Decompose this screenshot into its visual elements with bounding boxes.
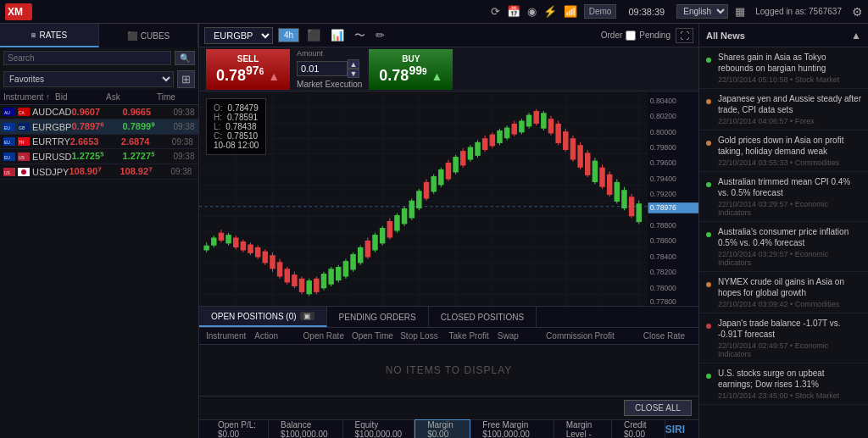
language-select[interactable]: English bbox=[676, 4, 728, 19]
svg-rect-153 bbox=[585, 152, 590, 175]
open-positions-tab[interactable]: OPEN POSITIONS (0) ▣ bbox=[199, 307, 327, 327]
instrument-cell: AU CA AUDCAD bbox=[3, 107, 71, 117]
svg-text:US: US bbox=[4, 170, 11, 175]
demo-badge: Demo bbox=[584, 4, 617, 19]
usdjpy-ask: 108.92⁷ bbox=[120, 166, 170, 177]
svg-rect-143 bbox=[548, 119, 554, 133]
col-profit: Profit bbox=[594, 331, 643, 341]
news-dot-7 bbox=[706, 374, 711, 379]
svg-rect-117 bbox=[453, 157, 458, 172]
buy-button[interactable]: BUY 0.78999 ▲ bbox=[369, 49, 453, 90]
svg-rect-81 bbox=[321, 274, 326, 288]
order-checkbox[interactable] bbox=[626, 30, 636, 41]
eurgbp-time: 09:38 bbox=[173, 122, 198, 131]
search-row: 🔍 bbox=[0, 47, 198, 69]
sell-arrow: ▲ bbox=[268, 69, 280, 83]
filter-select[interactable]: Favorites All bbox=[3, 71, 174, 87]
svg-rect-119 bbox=[460, 151, 465, 165]
flag-ca: CA bbox=[18, 108, 30, 116]
rate-row-eurusd[interactable]: EU US EURUSD 1.2725⁵ 1.2727⁵ 09:38 bbox=[0, 149, 198, 164]
rate-row-audcad[interactable]: AU CA AUDCAD 0.9607 0.9665 09:38 bbox=[0, 105, 198, 119]
ohlc-date: 10-08 12:00 bbox=[214, 141, 259, 150]
svg-text:0.78000: 0.78000 bbox=[650, 283, 676, 291]
equity: Equity $100,000.00 bbox=[343, 420, 415, 439]
bar-chart-icon[interactable]: ⬛ bbox=[304, 28, 323, 42]
svg-rect-139 bbox=[533, 111, 538, 124]
svg-rect-71 bbox=[285, 269, 290, 282]
news-collapse-icon[interactable]: ▲ bbox=[851, 30, 861, 42]
svg-text:AU: AU bbox=[4, 110, 10, 115]
svg-rect-133 bbox=[512, 124, 517, 135]
instrument-cell: US USDJPY bbox=[3, 167, 69, 177]
cubes-tab[interactable]: ⬛ CUBES bbox=[99, 24, 198, 47]
news-item-2[interactable]: Gold prices down in Asia on profit takin… bbox=[699, 130, 868, 172]
draw-tool-icon[interactable]: ✏ bbox=[373, 28, 387, 42]
status-bar: Open P/L: $0.00 Balance $100,000.00 Equi… bbox=[199, 419, 698, 438]
svg-text:0.79800: 0.79800 bbox=[650, 143, 676, 152]
news-item-5[interactable]: NYMEX crude oil gains in Asia on hopes f… bbox=[699, 272, 868, 313]
news-meta-5: 22/10/2014 03:09:42 • Commodities bbox=[718, 300, 861, 308]
price-chart: 0.80400 0.80200 0.80000 0.79800 0.79600 … bbox=[199, 91, 698, 306]
rates-tab[interactable]: ≡ RATES bbox=[0, 24, 99, 47]
amount-input[interactable] bbox=[297, 61, 348, 76]
time-display: 09:38:39 bbox=[623, 7, 670, 17]
search-input[interactable] bbox=[3, 51, 171, 65]
timeframe-4h[interactable]: 4h bbox=[278, 28, 299, 42]
amount-stepper: ▲ ▼ bbox=[348, 59, 359, 78]
sync-icon[interactable]: ⟳ bbox=[491, 5, 500, 18]
col-action: Action bbox=[254, 331, 303, 341]
logo: XM bbox=[5, 3, 32, 20]
open-pl: Open P/L: $0.00 bbox=[206, 420, 269, 439]
news-item-6[interactable]: Japan's trade balance -1.07T vs. -0.91T … bbox=[699, 313, 868, 363]
news-item-0[interactable]: Shares gain in Asia as Tokyo rebounds on… bbox=[699, 47, 868, 89]
svg-text:0.80400: 0.80400 bbox=[650, 97, 676, 105]
positions-table: Instrument Action Open Rate Open Time St… bbox=[199, 328, 698, 419]
calendar-icon[interactable]: 📅 bbox=[507, 5, 520, 18]
pair-select[interactable]: EURGBP bbox=[204, 27, 273, 44]
signal-icon[interactable]: 📶 bbox=[564, 5, 577, 18]
rates-list: AU CA AUDCAD 0.9607 0.9665 09:38 EU GB E… bbox=[0, 105, 198, 438]
svg-text:EU: EU bbox=[4, 155, 10, 160]
svg-rect-137 bbox=[526, 115, 531, 127]
amount-section: Amount ▲ ▼ Market Execution bbox=[297, 49, 362, 89]
svg-rect-151 bbox=[577, 145, 582, 167]
svg-text:US: US bbox=[19, 155, 25, 160]
svg-text:EU: EU bbox=[4, 140, 10, 145]
positions-header: Instrument Action Open Rate Open Time St… bbox=[199, 328, 698, 345]
order-section: Order Pending bbox=[601, 30, 670, 41]
close-all-button[interactable]: CLOSE ALL bbox=[624, 400, 692, 416]
settings-icon[interactable]: ⚙ bbox=[852, 5, 863, 19]
col-time: Time bbox=[157, 92, 195, 102]
svg-text:0.80200: 0.80200 bbox=[650, 112, 676, 120]
filter-options-button[interactable]: ⊞ bbox=[177, 70, 195, 88]
svg-rect-149 bbox=[570, 138, 576, 159]
news-item-7[interactable]: U.S. stocks surge on upbeat earnings; Do… bbox=[699, 363, 868, 405]
news-item-4[interactable]: Australia's consumer price inflation 0.5… bbox=[699, 222, 868, 272]
lightning-icon[interactable]: ⚡ bbox=[543, 5, 557, 18]
search-button[interactable]: 🔍 bbox=[175, 51, 195, 65]
svg-text:0.80000: 0.80000 bbox=[650, 127, 676, 136]
buy-label: BUY bbox=[379, 54, 442, 64]
audcad-time: 09:38 bbox=[173, 108, 198, 117]
rate-row-usdjpy[interactable]: US USDJPY 108.90⁷ 108.92⁷ 09:38 bbox=[0, 164, 198, 180]
amount-down[interactable]: ▼ bbox=[348, 69, 359, 78]
closed-positions-tab[interactable]: CLOSED POSITIONS bbox=[429, 307, 537, 327]
svg-rect-111 bbox=[431, 176, 436, 191]
pending-orders-tab[interactable]: PENDING ORDERS bbox=[327, 307, 429, 327]
svg-text:XM: XM bbox=[8, 6, 23, 18]
news-item-3[interactable]: Australian trimmed mean CPI 0.4% vs. 0.5… bbox=[699, 172, 868, 222]
candle-chart-icon[interactable]: 📊 bbox=[328, 28, 347, 42]
chart-icon[interactable]: ◉ bbox=[527, 5, 537, 18]
maximize-button[interactable]: ⛶ bbox=[676, 28, 693, 43]
news-title-4: Australia's consumer price inflation 0.5… bbox=[718, 226, 861, 248]
rate-row-eurtry[interactable]: EU TR EURTRY 2.6653 2.6874 09:38 bbox=[0, 135, 198, 149]
sell-button[interactable]: SELL 0.78976 ▲ bbox=[206, 49, 290, 90]
col-stop-loss: Stop Loss bbox=[400, 331, 448, 341]
rate-row-eurgbp[interactable]: EU GB EURGBP 0.7897⁶ 0.7899⁹ 09:38 bbox=[0, 119, 198, 135]
news-item-1[interactable]: Japanese yen and Aussie steady after tra… bbox=[699, 89, 868, 130]
line-chart-icon[interactable]: 〜 bbox=[352, 27, 368, 44]
amount-up[interactable]: ▲ bbox=[348, 59, 359, 69]
usdjpy-bid: 108.90⁷ bbox=[69, 166, 120, 177]
svg-point-21 bbox=[21, 169, 26, 175]
news-list: Shares gain in Asia as Tokyo rebounds on… bbox=[699, 47, 868, 438]
